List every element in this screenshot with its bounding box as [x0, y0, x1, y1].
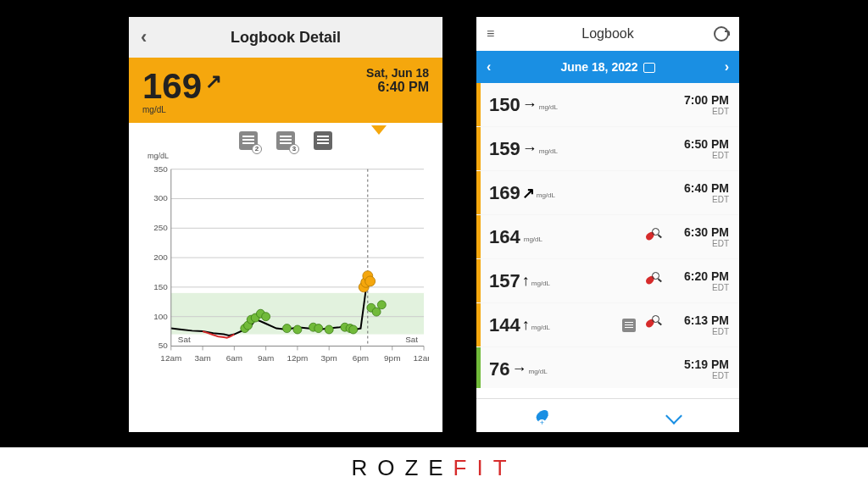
prev-day-button[interactable]: ‹	[487, 59, 491, 75]
list-topbar: ≡ Logbook	[476, 17, 739, 51]
edit-tab[interactable]	[608, 399, 739, 432]
blood-drop-search-icon	[644, 319, 656, 330]
row-unit: mg/dL	[537, 191, 555, 199]
row-timewrap: 6:20 PMEDT	[666, 269, 729, 292]
reading-value: 169	[142, 66, 202, 107]
reading-row[interactable]: 169↗mg/dL6:40 PMEDT	[476, 171, 739, 214]
row-value: 76	[489, 358, 509, 380]
range-color-edge	[476, 171, 481, 214]
row-timewrap: 6:50 PMEDT	[666, 137, 729, 160]
share-signal-icon[interactable]	[714, 26, 729, 42]
row-value: 159	[489, 138, 520, 160]
svg-text:100: 100	[153, 312, 168, 321]
row-unit: mg/dL	[539, 147, 558, 155]
next-day-button[interactable]: ›	[725, 59, 729, 75]
row-timewrap: 5:19 PMEDT	[666, 358, 729, 380]
svg-point-32	[377, 301, 386, 309]
reading-row[interactable]: 164mg/dL6:30 PMEDT	[476, 215, 739, 258]
reading-time: 6:40 PM	[366, 80, 429, 95]
reading-row[interactable]: 159→mg/dL6:50 PMEDT	[476, 127, 739, 170]
row-timewrap: 6:13 PMEDT	[666, 313, 729, 336]
range-color-edge	[476, 259, 481, 302]
hero-pointer-icon	[371, 125, 387, 135]
bottom-tabbar	[476, 398, 739, 432]
y-axis-unit: mg/dL	[147, 152, 169, 160]
logbook-detail-screen: ‹ Logbook Detail 169 ↗ mg/dL Sat, Jun 18…	[129, 17, 442, 432]
row-value: 164	[489, 226, 520, 248]
reading-row[interactable]: 157↑mg/dL6:20 PMEDT	[476, 259, 739, 302]
row-unit: mg/dL	[531, 324, 550, 331]
hero-right: Sat, Jun 18 6:40 PM	[366, 66, 429, 95]
row-time: 6:40 PM	[666, 181, 729, 195]
svg-text:Sat: Sat	[178, 335, 191, 344]
current-date[interactable]: June 18, 2022	[560, 60, 637, 74]
reading-row[interactable]: 76→mg/dL5:19 PMEDT	[476, 347, 739, 388]
detail-topbar: ‹ Logbook Detail	[129, 17, 442, 58]
droplet-icon	[534, 408, 551, 424]
brand-part1: ROZE	[351, 455, 453, 481]
row-tz: EDT	[666, 107, 729, 116]
svg-text:Sat: Sat	[405, 335, 418, 344]
row-unit: mg/dL	[528, 368, 547, 375]
note-icon[interactable]: 2	[239, 131, 258, 150]
svg-point-25	[314, 324, 323, 333]
date-navigator: ‹ June 18, 2022 ›	[476, 51, 739, 83]
svg-text:3pm: 3pm	[321, 353, 337, 363]
range-color-edge	[476, 303, 481, 347]
reading-row[interactable]: 144↑mg/dL6:13 PMEDT	[476, 303, 739, 347]
range-color-edge	[476, 127, 481, 170]
row-trend-arrow-icon: →	[522, 140, 537, 158]
row-tz: EDT	[666, 195, 729, 204]
list-title: Logbook	[581, 26, 633, 42]
note-icon[interactable]	[314, 131, 332, 150]
calendar-icon[interactable]	[643, 63, 655, 73]
svg-text:6pm: 6pm	[353, 353, 369, 363]
glucose-tab[interactable]	[476, 399, 608, 432]
row-trend-arrow-icon: →	[511, 360, 526, 378]
readings-list[interactable]: 150→mg/dL7:00 PMEDT159→mg/dL6:50 PMEDT16…	[476, 83, 739, 388]
row-time: 7:00 PM	[666, 93, 729, 107]
svg-text:12am: 12am	[414, 353, 429, 363]
logbook-list-screen: ≡ Logbook ‹ June 18, 2022 › 150→mg/dL7:0…	[476, 17, 739, 432]
row-value: 144	[489, 314, 520, 336]
row-tz: EDT	[666, 239, 729, 248]
row-value: 169	[489, 182, 520, 204]
svg-point-29	[349, 325, 358, 334]
brand-footer: ROZEFIT	[0, 447, 868, 488]
svg-text:350: 350	[153, 164, 168, 174]
row-value: 150	[489, 94, 520, 116]
svg-point-31	[372, 308, 381, 316]
svg-text:50: 50	[159, 341, 169, 350]
pencil-icon	[665, 408, 682, 424]
back-chevron-icon[interactable]: ‹	[141, 26, 147, 48]
svg-text:250: 250	[153, 223, 168, 232]
svg-point-21	[262, 313, 270, 321]
svg-text:9pm: 9pm	[384, 353, 400, 363]
reading-unit: mg/dL	[142, 105, 222, 114]
phones-container: ‹ Logbook Detail 169 ↗ mg/dL Sat, Jun 18…	[0, 0, 868, 432]
svg-text:12am: 12am	[160, 353, 181, 363]
row-time: 6:50 PM	[666, 137, 729, 151]
row-timewrap: 7:00 PMEDT	[666, 93, 729, 116]
row-time: 5:19 PM	[666, 358, 729, 371]
glucose-chart: mg/dL 5010015020025030035012am3am6am9am1…	[129, 152, 442, 406]
svg-text:12pm: 12pm	[287, 353, 308, 363]
range-color-edge	[476, 83, 481, 126]
svg-text:200: 200	[153, 252, 168, 262]
row-unit: mg/dL	[539, 103, 558, 111]
svg-point-26	[325, 325, 333, 334]
reading-hero: 169 ↗ mg/dL Sat, Jun 18 6:40 PM	[129, 58, 442, 123]
blood-drop-search-icon	[644, 275, 656, 287]
row-timewrap: 6:40 PMEDT	[666, 181, 729, 204]
svg-text:6am: 6am	[226, 353, 242, 363]
svg-text:150: 150	[153, 282, 168, 291]
hero-left: 169 ↗ mg/dL	[142, 66, 222, 114]
row-icons	[622, 319, 656, 332]
reading-row[interactable]: 150→mg/dL7:00 PMEDT	[476, 83, 739, 126]
svg-text:3am: 3am	[194, 353, 210, 363]
note-icon[interactable]: 3	[276, 131, 295, 150]
svg-point-23	[293, 325, 302, 334]
hamburger-icon[interactable]: ≡	[487, 26, 494, 42]
trend-arrow-icon: ↗	[205, 69, 222, 93]
row-tz: EDT	[666, 151, 729, 160]
